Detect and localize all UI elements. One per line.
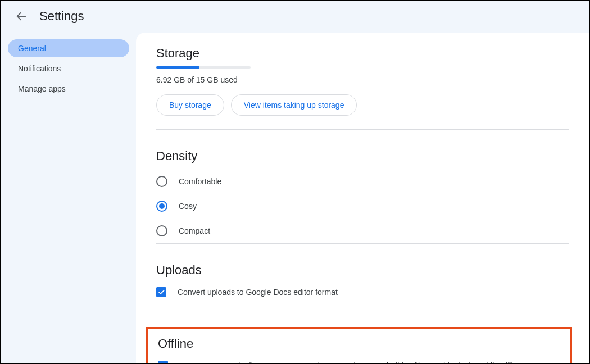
divider: [156, 243, 569, 244]
offline-highlight-box: Offline Create, open and edit your recen…: [146, 327, 572, 363]
sidebar-item-general[interactable]: General: [8, 39, 129, 57]
divider: [156, 129, 569, 130]
checkbox-checked-icon[interactable]: [156, 287, 166, 297]
divider: [156, 321, 569, 321]
radio-icon-selected: [156, 201, 167, 212]
view-items-button[interactable]: View items taking up storage: [231, 94, 357, 116]
storage-title: Storage: [156, 46, 569, 61]
uploads-section: Uploads Convert uploads to Google Docs e…: [156, 253, 569, 312]
back-arrow-icon[interactable]: [15, 10, 28, 23]
radio-dot-icon: [159, 203, 165, 209]
page-title: Settings: [39, 9, 84, 24]
sidebar-item-label: General: [18, 44, 46, 53]
buy-storage-button[interactable]: Buy storage: [156, 94, 224, 116]
density-title: Density: [156, 149, 569, 163]
radio-icon: [156, 225, 167, 236]
radio-icon: [156, 176, 167, 187]
offline-enable-row: Create, open and edit your recent Google…: [158, 357, 560, 363]
sidebar-item-label: Manage apps: [18, 84, 66, 93]
offline-title: Offline: [158, 336, 560, 351]
storage-usage-text: 6.92 GB of 15 GB used: [156, 75, 569, 84]
radio-label: Cosy: [179, 202, 197, 211]
storage-progress-bar: [156, 66, 251, 69]
main-content: Storage 6.92 GB of 15 GB used Buy storag…: [136, 33, 589, 363]
header: Settings: [1, 1, 589, 31]
radio-label: Compact: [179, 226, 210, 235]
storage-progress-fill: [156, 66, 199, 69]
checkbox-checked-icon[interactable]: [158, 361, 168, 363]
uploads-convert-row: Convert uploads to Google Docs editor fo…: [156, 283, 569, 302]
sidebar-item-manage-apps[interactable]: Manage apps: [8, 80, 129, 98]
offline-main-label: Create, open and edit your recent Google…: [179, 360, 521, 363]
uploads-title: Uploads: [156, 263, 569, 277]
sidebar: General Notifications Manage apps: [1, 31, 136, 363]
density-section: Density Comfortable Cosy Compact: [156, 139, 569, 244]
sidebar-item-notifications[interactable]: Notifications: [8, 60, 129, 78]
density-radio-cosy[interactable]: Cosy: [156, 194, 569, 219]
density-radio-comfortable[interactable]: Comfortable: [156, 169, 569, 194]
radio-label: Comfortable: [179, 177, 221, 186]
density-radio-compact[interactable]: Compact: [156, 219, 569, 243]
uploads-convert-label: Convert uploads to Google Docs editor fo…: [178, 286, 338, 298]
storage-section: Storage 6.92 GB of 15 GB used Buy storag…: [156, 46, 569, 130]
sidebar-item-label: Notifications: [18, 64, 61, 73]
